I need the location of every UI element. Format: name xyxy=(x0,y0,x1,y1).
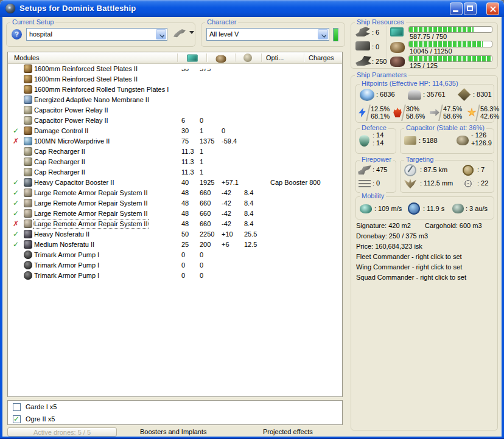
module-stat-value: 8.4 xyxy=(244,199,253,207)
module-row[interactable]: ✓Large Remote Armor Repair System II4866… xyxy=(8,209,342,219)
bar-fill xyxy=(409,41,483,47)
module-row[interactable]: Cap Recharger II11.31 xyxy=(8,147,342,157)
module-row[interactable]: 1600mm Reinforced Steel Plates II30575 xyxy=(8,64,342,74)
module-row[interactable]: Capacitor Power Relay II60 xyxy=(8,116,342,126)
chevron-down-icon[interactable] xyxy=(156,29,166,40)
scan-resolution-value: : 22 xyxy=(477,179,488,187)
drone-checkbox[interactable] xyxy=(13,403,21,411)
capacitor-label: Capacitor (Stable at: 36%) xyxy=(404,124,486,131)
module-name: Capacitor Power Relay II xyxy=(34,106,108,114)
setup-combobox[interactable]: hospital xyxy=(26,28,167,41)
chevron-down-icon[interactable] xyxy=(318,29,328,40)
module-stat-value: 11.3 xyxy=(181,168,194,176)
cap-recharger-icon xyxy=(24,147,32,156)
module-stat-value: 11.3 xyxy=(181,158,194,165)
shield-hp-icon xyxy=(360,89,374,101)
title-bar[interactable]: Setups for Dominix Battleship xyxy=(0,0,504,17)
module-row[interactable]: ✓Heavy Capacitor Booster II401925+57.1Ca… xyxy=(8,178,342,188)
module-stat-value: 30 xyxy=(181,65,189,72)
module-row[interactable]: ✗Large Remote Armor Repair System II4866… xyxy=(8,219,342,229)
turret-hardpoints-icon xyxy=(355,27,370,36)
module-row[interactable]: Trimark Armor Pump I00 xyxy=(8,250,342,260)
module-row[interactable]: ✓Large Remote Armor Repair System II4866… xyxy=(8,198,342,209)
character-combobox[interactable]: All level V xyxy=(206,28,329,41)
module-stat-value: +10 xyxy=(222,230,233,238)
tab-active-drones[interactable]: Active drones: 5 / 5 xyxy=(7,427,117,437)
drone-checkbox-checked[interactable] xyxy=(13,415,21,423)
drones-list[interactable]: Garde I x5Ogre II x5 xyxy=(7,400,343,425)
module-row[interactable]: Cap Recharger II11.31 xyxy=(8,167,342,178)
kinetic-armor-resist: 58.6% xyxy=(443,112,462,120)
drone-row[interactable]: Ogre II x5 xyxy=(8,415,342,425)
ship-resources-label: Ship Resources xyxy=(355,18,406,26)
armor-hp-icon xyxy=(408,90,421,100)
launcher-hardpoints-icon xyxy=(355,41,370,50)
thermal-resist: 30% 58.6% xyxy=(393,105,428,121)
module-stat-value: 8.4 xyxy=(244,210,253,217)
setup-tools-button[interactable] xyxy=(173,28,194,40)
module-stat-value: 660 xyxy=(200,220,211,227)
module-name: Large Remote Armor Repair System II xyxy=(34,189,147,196)
wing-commander-text[interactable]: Wing Commander - right click to set xyxy=(356,263,462,271)
defence-label: Defence xyxy=(360,124,388,131)
tools-icon xyxy=(173,29,186,38)
power-relay-icon xyxy=(24,106,32,114)
capacitor-delta-top: - 126 xyxy=(471,131,486,139)
capacitor-delta-icon xyxy=(457,136,469,145)
character-status-indicator xyxy=(333,28,338,41)
module-row[interactable]: Trimark Armor Pump I00 xyxy=(8,260,342,271)
explosive-shield-resist: 56.3% xyxy=(480,105,499,112)
module-row[interactable]: Energized Adaptive Nano Membrane II xyxy=(8,95,342,105)
module-row[interactable]: Cap Recharger II11.31 xyxy=(8,157,342,167)
module-row[interactable]: ✓Heavy Nosferatu II502250+1025.5 xyxy=(8,229,342,240)
drone-row[interactable]: Garde I x5 xyxy=(8,403,342,413)
max-targets-icon xyxy=(463,165,474,176)
speed-icon xyxy=(360,204,372,213)
module-stat-value: -42 xyxy=(222,199,231,207)
close-button[interactable] xyxy=(486,2,499,15)
module-row[interactable]: ✗100MN MicroWarpdrive II751375-59.4 xyxy=(8,136,342,147)
setup-combobox-value: hospital xyxy=(29,30,52,38)
minimize-button[interactable] xyxy=(450,2,463,15)
squad-commander-text[interactable]: Squad Commander - right click to set xyxy=(356,274,466,281)
module-charge: Cap Booster 800 xyxy=(270,179,321,186)
module-name: Heavy Capacitor Booster II xyxy=(34,179,114,186)
module-stat-value: 0 xyxy=(181,251,185,258)
module-row[interactable]: Capacitor Power Relay II xyxy=(8,105,342,116)
kinetic-resist: 47.5% 58.6% xyxy=(430,105,465,121)
maximize-button[interactable] xyxy=(464,2,477,15)
kinetic-shield-resist: 47.5% xyxy=(443,105,462,112)
em-resist-icon xyxy=(357,108,367,117)
module-name: Medium Nosferatu II xyxy=(34,241,94,248)
module-row[interactable]: Trimark Armor Pump I00 xyxy=(8,271,342,281)
armor-plate-icon xyxy=(24,75,32,83)
help-icon[interactable]: ? xyxy=(12,29,22,40)
module-stat-value: 660 xyxy=(200,210,211,217)
tab-projected-effects[interactable]: Projected effects xyxy=(263,428,313,435)
calibration-icon xyxy=(355,56,371,66)
cpu-icon xyxy=(186,54,199,63)
tab-boosters-implants[interactable]: Boosters and Implants xyxy=(140,428,206,435)
drone-bandwidth-icon xyxy=(390,57,405,67)
fleet-commander-text[interactable]: Fleet Commander - right click to set xyxy=(356,253,462,260)
modules-list[interactable]: Modules Opti... Charges 1600mm Reinforce… xyxy=(7,52,343,397)
module-stat-value: 48 xyxy=(181,199,189,207)
targeting-label: Targeting xyxy=(404,156,435,163)
module-stat-value: 8.4 xyxy=(244,220,253,227)
module-row[interactable]: ✓Large Remote Armor Repair System II4866… xyxy=(8,188,342,198)
module-row[interactable]: 1600mm Reinforced Steel Plates II xyxy=(8,74,342,85)
module-name: Large Remote Armor Repair System II xyxy=(34,220,147,227)
mobility-label: Mobility xyxy=(360,192,386,199)
module-row[interactable]: 1600mm Reinforced Rolled Tungsten Plates… xyxy=(8,85,342,95)
module-stat-value: 30 xyxy=(181,127,189,134)
damage-control-icon xyxy=(24,126,32,135)
nosferatu-icon xyxy=(24,240,32,249)
module-stat-value: 2250 xyxy=(200,230,214,238)
module-row[interactable]: ✓Damage Control II3010 xyxy=(8,126,342,136)
cargohold-text: Cargohold: 600 m3 xyxy=(425,222,482,229)
module-row[interactable]: ✓Medium Nosferatu II25200+612.5 xyxy=(8,240,342,250)
cap-booster-icon xyxy=(24,178,32,187)
module-online-check-icon: ✓ xyxy=(13,240,19,249)
cpu-icon xyxy=(390,27,404,36)
hull-hp-value: : 8301 xyxy=(473,91,492,98)
